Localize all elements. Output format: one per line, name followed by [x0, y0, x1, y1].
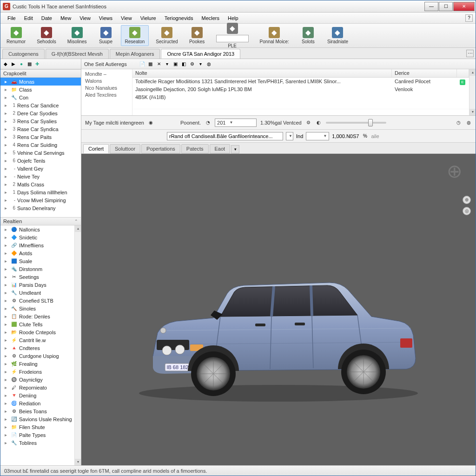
toolbar-siradniate[interactable]: ◆Siradniate [323, 25, 352, 46]
table-row[interactable]: 4B5K (i¼1IB) [132, 93, 469, 101]
expand-icon[interactable]: ▸ [2, 369, 9, 375]
tree-item[interactable]: ▸⚙Curdgone Uspiog [0, 352, 74, 360]
tree1-header[interactable]: Crapkoelit [0, 69, 81, 78]
tree-item[interactable]: ▸🔷Snidetic [0, 233, 74, 241]
doc-tab[interactable]: Mepin Afoganers [110, 49, 160, 59]
percent-icon[interactable]: % [362, 133, 368, 139]
tree-item[interactable]: ▸🔘Oaynicligy [0, 376, 74, 383]
tree-item[interactable]: ▸5Vehine Cal Senvings [0, 149, 81, 157]
tree-item[interactable]: ▸-Vallent Gey [0, 165, 81, 172]
zoom-slider[interactable] [326, 122, 386, 124]
tree-item[interactable]: ▸🌿Frealing [0, 360, 74, 368]
expand-icon[interactable]: ▸ [2, 266, 9, 272]
toolbar-pookes[interactable]: ◆Pookes [185, 25, 209, 46]
tree-item[interactable]: ▸3Rens Car Syalies [0, 117, 81, 125]
tree-item[interactable]: ▸🔩Dirstonnm [0, 265, 74, 273]
expand-icon[interactable]: ▸ [2, 305, 9, 312]
tree-item[interactable]: ▸3Rens Car Paits [0, 133, 81, 141]
tree-tool-icon[interactable]: ● [18, 61, 25, 67]
scroll-down-icon[interactable]: ▾ [469, 109, 476, 115]
menu-mew[interactable]: Mew [56, 14, 75, 22]
menu-edit[interactable]: Edit [20, 14, 37, 22]
tree-item[interactable]: ▸📄Palte Types [0, 431, 74, 439]
expand-icon[interactable]: ▸ [2, 337, 9, 344]
tree-item[interactable]: ▸🖊Repornieato [0, 383, 74, 391]
gear-icon[interactable]: ⚙ [305, 119, 312, 126]
viewport-tab[interactable]: Popertations [141, 144, 180, 153]
expand-icon[interactable]: ▸ [2, 329, 9, 336]
expand-icon[interactable]: ▸ [2, 258, 9, 264]
expand-icon[interactable]: ▸ [2, 432, 9, 438]
tree2-header[interactable]: Realtien⌃ [0, 217, 81, 225]
scrollbar[interactable]: ▴ ▾ [74, 225, 81, 465]
expand-icon[interactable]: ▸ [2, 102, 9, 109]
expand-icon[interactable]: ▸ [2, 197, 9, 204]
toolbar-misolines[interactable]: ◆Misolines [63, 25, 91, 46]
view-ctrl-button[interactable]: ◎ [463, 207, 471, 215]
tree-item[interactable]: ▸2Matls Crass [0, 180, 81, 188]
toolbar-suupe[interactable]: ◆Suupe [94, 25, 118, 46]
tree-item[interactable]: ▸📁Class [0, 86, 81, 93]
detail-tool-icon[interactable]: ◧ [181, 61, 187, 67]
tree-item[interactable]: ▸🔨Sinoles [0, 304, 74, 312]
expand-icon[interactable]: ▸ [2, 118, 9, 125]
ind-combo[interactable]: ▼ [306, 132, 329, 140]
expand-icon[interactable]: ▸ [2, 142, 9, 148]
table-row[interactable]: Tobilfecle Rcager Mlodiitions 1321 SandI… [132, 78, 469, 86]
tree-item[interactable]: ▸🔧Umdleant [0, 289, 74, 297]
toolbar-solots[interactable]: ◆Solots [296, 25, 320, 46]
minimize-button[interactable]: — [424, 2, 438, 11]
expand-icon[interactable]: ▸ [2, 205, 9, 212]
menu-view1[interactable]: View [75, 14, 95, 22]
tree-item[interactable]: ▸🔧Toblires [0, 439, 74, 447]
tree-tool-icon[interactable]: ▦ [26, 61, 33, 67]
table-row[interactable]: Jasoingellle Dejaction, 200 Solgh luMEp … [132, 86, 469, 93]
tree-add-icon[interactable]: ✚ [34, 61, 40, 67]
tree-item[interactable]: ▸📊Parsis Days [0, 281, 74, 289]
expand-icon[interactable]: ▸ [2, 134, 9, 140]
expand-icon[interactable]: ▸ [2, 408, 9, 415]
tab-more-button[interactable]: ▾ [231, 145, 239, 153]
col-header[interactable]: Nolte [132, 69, 392, 77]
tree-item[interactable]: ▸🔧Con [0, 93, 81, 101]
tree-tool-icon[interactable]: ◆ [2, 61, 9, 67]
expand-icon[interactable]: ▸ [2, 440, 9, 446]
toolbar-reseaton[interactable]: ◆Reseaton [121, 25, 149, 46]
expand-icon[interactable]: ▸ [2, 242, 9, 249]
tree-item[interactable]: ▸🚗Monas [0, 78, 81, 86]
tree-item[interactable]: ▸📁Filen Shute [0, 423, 74, 431]
toggle-icon[interactable]: ◐ [316, 119, 322, 126]
expand-icon[interactable]: ▸ [2, 189, 9, 196]
expand-icon[interactable]: ▸ [2, 290, 9, 296]
expand-icon[interactable]: ▸ [2, 158, 9, 164]
tree-item[interactable]: ▸🔻Deniing [0, 391, 74, 399]
clock-icon[interactable]: ◷ [455, 119, 462, 126]
expand-icon[interactable]: ▸ [2, 150, 9, 156]
tree-item[interactable]: ▸📂Roode Cntepols [0, 328, 74, 336]
expand-icon[interactable]: ▸ [2, 110, 9, 117]
config-combo[interactable]: rRand ofl Candiseall.Bāle Ganfiloerintea… [167, 132, 283, 140]
combo-dd[interactable]: ▼ [286, 132, 293, 140]
expand-icon[interactable]: ▸ [2, 353, 9, 359]
expand-icon[interactable]: ▸ [2, 377, 9, 383]
scroll-up-icon[interactable]: ▴ [469, 69, 476, 76]
menu-teriog[interactable]: Teriognevids [160, 14, 198, 22]
tree-item[interactable]: ▸📋Rode: Denles [0, 312, 74, 320]
tree-item[interactable]: ▸🔄Savions Usale Reshing [0, 415, 74, 423]
tree-item[interactable]: ▸1Rens Car Sandice [0, 101, 81, 109]
tree-tool-icon[interactable]: ▶ [10, 61, 17, 67]
tab-options-button[interactable]: ⋯ [466, 50, 474, 57]
tree-item[interactable]: ▸-Vcow Mivel Simpiring [0, 196, 81, 204]
doc-tab[interactable]: Custogenens [2, 49, 45, 59]
slider-thumb[interactable] [368, 119, 373, 126]
expand-icon[interactable]: ▸ [2, 226, 9, 233]
detail-tool-icon[interactable]: ▣ [172, 61, 179, 67]
doc-tab[interactable]: Oncre GTA San Andigor 2013 [161, 49, 240, 59]
expand-icon[interactable]: ▸ [2, 234, 9, 241]
expand-icon[interactable]: ▸ [2, 361, 9, 367]
viewport-tab[interactable]: Soluttoor [110, 144, 140, 153]
tree-item[interactable]: ▸⚡Frodeions [0, 368, 74, 376]
expand-icon[interactable]: ▸ [2, 173, 9, 180]
expand-icon[interactable]: ▸ [2, 274, 9, 280]
maximize-button[interactable]: ☐ [439, 2, 453, 11]
